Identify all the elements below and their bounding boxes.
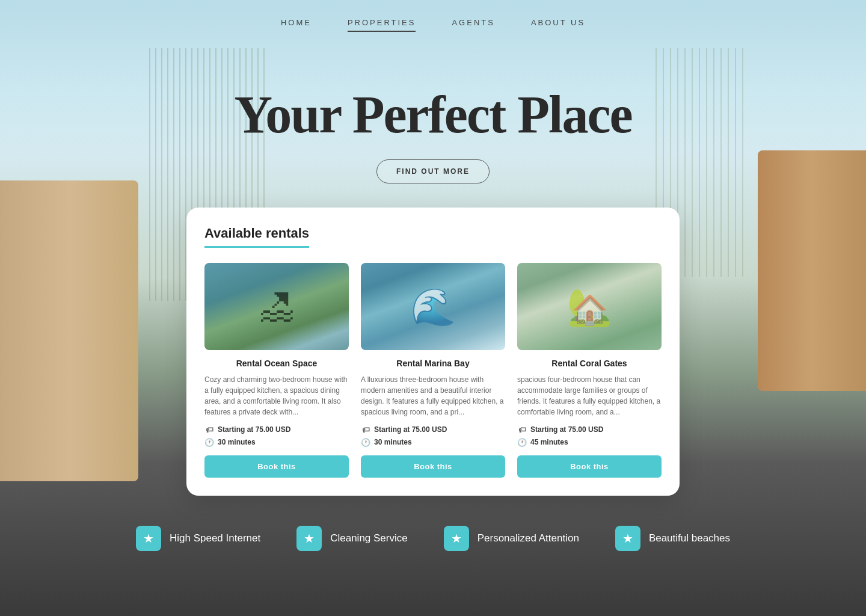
feature-label-beaches: Beautiful beaches [649, 532, 730, 544]
feature-attention: ★ Personalized Attention [444, 526, 579, 551]
price-icon-marina: 🏷 [361, 425, 370, 434]
rental-card-ocean: Rental Ocean Space Cozy and charming two… [204, 263, 349, 478]
rentals-title: Available rentals [204, 226, 309, 248]
price-row-ocean: 🏷 Starting at 75.00 USD [204, 425, 349, 434]
rental-meta-coral: 🏷 Starting at 75.00 USD 🕐 45 minutes [517, 425, 662, 447]
price-icon-ocean: 🏷 [204, 425, 214, 434]
nav-about[interactable]: ABOUT US [531, 18, 585, 27]
time-label-marina: 30 minutes [374, 438, 412, 446]
rental-title-marina: Rental Marina Bay [361, 359, 505, 368]
time-label-coral: 45 minutes [530, 438, 568, 446]
rental-image-ocean [204, 263, 349, 350]
time-icon-coral: 🕐 [517, 437, 527, 447]
feature-label-cleaning: Cleaning Service [330, 532, 408, 544]
rentals-section: Available rentals Rental Ocean Space Coz… [186, 208, 680, 496]
price-label-coral: Starting at 75.00 USD [530, 425, 603, 434]
nav-properties[interactable]: PROPERTIES [348, 18, 416, 27]
rental-image-coral [517, 263, 662, 350]
time-row-coral: 🕐 45 minutes [517, 437, 662, 447]
feature-star-cleaning: ★ [296, 526, 322, 551]
feature-star-internet: ★ [136, 526, 161, 551]
wood-panel-left [0, 180, 138, 481]
features-bar: ★ High Speed Internet ★ Cleaning Service… [0, 508, 866, 569]
rental-meta-ocean: 🏷 Starting at 75.00 USD 🕐 30 minutes [204, 425, 349, 447]
find-out-button[interactable]: FIND OUT MORE [376, 159, 490, 183]
rentals-grid: Rental Ocean Space Cozy and charming two… [204, 263, 662, 478]
main-nav: HOME PROPERTIES AGENTS ABOUT US [0, 0, 866, 39]
book-button-ocean[interactable]: Book this [204, 455, 349, 478]
rental-desc-coral: spacious four-bedroom house that can acc… [517, 374, 662, 417]
feature-beaches: ★ Beautiful beaches [615, 526, 730, 551]
rental-card-marina: Rental Marina Bay A lluxurious three-bed… [361, 263, 505, 478]
wood-panel-right [758, 150, 866, 391]
star-icon-attention: ★ [451, 531, 462, 546]
time-icon-ocean: 🕐 [204, 437, 214, 447]
time-label-ocean: 30 minutes [218, 438, 256, 446]
feature-internet: ★ High Speed Internet [136, 526, 260, 551]
price-icon-coral: 🏷 [517, 425, 527, 434]
rental-title-ocean: Rental Ocean Space [204, 359, 349, 368]
price-row-coral: 🏷 Starting at 75.00 USD [517, 425, 662, 434]
rental-desc-ocean: Cozy and charming two-bedroom house with… [204, 374, 349, 417]
price-label-ocean: Starting at 75.00 USD [218, 425, 290, 434]
rental-image-marina [361, 263, 505, 350]
book-button-marina[interactable]: Book this [361, 455, 505, 478]
feature-cleaning: ★ Cleaning Service [296, 526, 408, 551]
book-button-coral[interactable]: Book this [517, 455, 662, 478]
time-icon-marina: 🕐 [361, 437, 370, 447]
star-icon-beaches: ★ [622, 531, 633, 546]
price-row-marina: 🏷 Starting at 75.00 USD [361, 425, 505, 434]
time-row-ocean: 🕐 30 minutes [204, 437, 349, 447]
rental-meta-marina: 🏷 Starting at 75.00 USD 🕐 30 minutes [361, 425, 505, 447]
star-icon-internet: ★ [143, 531, 154, 546]
feature-label-attention: Personalized Attention [478, 532, 579, 544]
rental-card-coral: Rental Coral Gates spacious four-bedroom… [517, 263, 662, 478]
feature-label-internet: High Speed Internet [170, 532, 260, 544]
hero-title: Your Perfect Place [0, 87, 866, 143]
hero-section: Your Perfect Place FIND OUT MORE [0, 39, 866, 183]
nav-agents[interactable]: AGENTS [452, 18, 494, 27]
rental-desc-marina: A lluxurious three-bedroom house with mo… [361, 374, 505, 417]
feature-star-beaches: ★ [615, 526, 640, 551]
feature-star-attention: ★ [444, 526, 469, 551]
time-row-marina: 🕐 30 minutes [361, 437, 505, 447]
nav-home[interactable]: HOME [281, 18, 312, 27]
star-icon-cleaning: ★ [304, 531, 315, 546]
rental-title-coral: Rental Coral Gates [517, 359, 662, 368]
price-label-marina: Starting at 75.00 USD [374, 425, 447, 434]
